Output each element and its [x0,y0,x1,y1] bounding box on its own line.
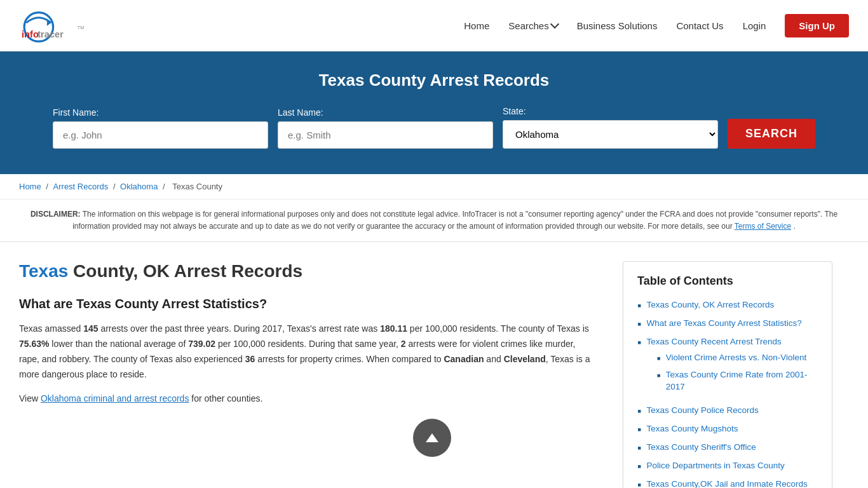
disclaimer-tos-link[interactable]: Terms of Service [735,222,791,231]
first-name-input[interactable] [53,121,268,149]
section1-heading: What are Texas County Arrest Statistics? [19,297,591,311]
breadcrumb-arrest-records[interactable]: Arrest Records [53,182,109,191]
p1-pct: 75.63% [19,339,49,349]
toc-link[interactable]: Texas County, OK Arrest Records [646,300,774,309]
toc-link[interactable]: Police Departments in Texas County [646,461,784,470]
oklahoma-records-link[interactable]: Oklahoma criminal and arrest records [41,393,189,403]
p1-num5: 36 [245,354,255,364]
breadcrumb-sep2: / [113,182,118,191]
main-content: Texas County, OK Arrest Records What are… [0,242,868,488]
toc-item: ▪Texas County Police Records [637,405,818,417]
p1-bold2: Cleveland [504,354,546,364]
toc-item: ▪Police Departments in Texas County [637,460,818,472]
article: Texas County, OK Arrest Records What are… [13,242,610,488]
breadcrumb-oklahoma[interactable]: Oklahoma [120,182,158,191]
scroll-top-button[interactable] [413,419,451,457]
toc-bullet-icon: ▪ [637,318,641,330]
toc-bullet-icon: ▪ [637,424,641,435]
breadcrumb-sep1: / [46,182,50,191]
toc-link[interactable]: Texas County Mugshots [646,424,738,433]
toc-bullet-icon: ▪ [637,300,641,311]
state-group: State: Oklahoma Alabama Alaska Arizona A… [503,106,718,149]
toc-bullet-icon: ▪ [637,442,641,454]
p1-pre: Texas amassed [19,323,83,334]
toc-item: ▪What are Texas County Arrest Statistics… [637,318,818,330]
toc-item: ▪Texas County Recent Arrest Trends▪Viole… [637,336,818,398]
nav-signup[interactable]: Sign Up [785,14,849,37]
toc-heading: Table of Contents [637,274,818,288]
article-title-rest: County, OK Arrest Records [68,261,302,281]
toc-bullet-icon: ▪ [637,461,641,472]
toc-link[interactable]: What are Texas County Arrest Statistics? [646,318,801,328]
p1-mid1: arrests over the past three years. Durin… [98,323,381,334]
toc-sub-bullet-icon: ▪ [656,353,660,364]
nav-searches[interactable]: Searches [508,20,557,31]
p1-num3: 739.02 [188,339,215,349]
toc-sub-bullet-icon: ▪ [656,370,660,381]
main-nav: Home Searches Business Solutions Contact… [464,14,849,37]
disclaimer-bold: DISCLAIMER: [31,210,81,219]
p1-mid6: arrests for property crimes. When compar… [255,354,444,364]
nav-business-solutions[interactable]: Business Solutions [577,20,658,31]
state-label: State: [503,106,526,116]
view-post: for other counties. [189,393,262,403]
search-form: First Name: Last Name: State: Oklahoma A… [53,106,815,149]
toc-list: ▪Texas County, OK Arrest Records▪What ar… [637,299,818,488]
breadcrumb: Home / Arrest Records / Oklahoma / Texas… [0,174,868,200]
svg-text:TM: TM [78,25,85,30]
nav-login[interactable]: Login [743,20,766,31]
first-name-group: First Name: [53,107,268,149]
logo[interactable]: info tracer TM [19,6,102,44]
p1-mid4: per 100,000 residents. During that same … [215,339,401,349]
state-select[interactable]: Oklahoma Alabama Alaska Arizona Arkansas… [503,120,718,149]
scroll-top-arrow-icon [426,433,438,442]
toc-link[interactable]: Texas County Sheriff's Office [646,442,756,452]
disclaimer-tos-end: . [794,222,796,231]
article-paragraph1: Texas amassed 145 arrests over the past … [19,322,591,382]
chevron-down-icon [550,20,559,29]
nav-contact-us[interactable]: Contact Us [676,20,723,31]
article-title-highlight: Texas [19,261,68,281]
first-name-label: First Name: [53,107,98,118]
p1-and: and [484,354,503,364]
toc-sub-link[interactable]: Violent Crime Arrests vs. Non-Violent [666,352,807,364]
toc-link[interactable]: Texas County Police Records [646,405,758,415]
nav-home[interactable]: Home [464,20,489,31]
view-link-para: View Oklahoma criminal and arrest record… [19,391,591,407]
toc-item: ▪Texas County Mugshots [637,423,818,435]
disclaimer: DISCLAIMER: The information on this webp… [0,200,868,242]
p1-num1: 145 [83,323,98,334]
svg-text:tracer: tracer [37,29,64,39]
last-name-group: Last Name: [278,107,493,149]
toc-subitem: ▪Texas County Crime Rate from 2001-2017 [656,369,818,393]
p1-num4: 2 [401,339,406,349]
toc-bullet-icon: ▪ [637,405,641,417]
p1-bold1: Canadian [444,354,484,364]
hero-title: Texas County Arrest Records [19,71,849,90]
last-name-label: Last Name: [278,107,323,118]
toc-sub-link[interactable]: Texas County Crime Rate from 2001-2017 [666,369,818,393]
breadcrumb-home[interactable]: Home [19,182,41,191]
search-button[interactable]: SEARCH [728,119,815,149]
toc-box: Table of Contents ▪Texas County, OK Arre… [623,261,832,488]
toc-item: ▪Texas County, OK Arrest Records [637,299,818,311]
article-title: Texas County, OK Arrest Records [19,261,591,281]
toc-item: ▪Texas County Sheriff's Office [637,442,818,454]
hero-section: Texas County Arrest Records First Name: … [0,51,868,174]
svg-text:info: info [22,29,39,39]
toc-link[interactable]: Texas County,OK Jail and Inmate Records [646,479,807,488]
toc-bullet-icon: ▪ [637,337,641,348]
toc-link[interactable]: Texas County Recent Arrest Trends [646,337,781,346]
toc-bullet-icon: ▪ [637,479,641,488]
disclaimer-text: The information on this webpage is for g… [72,210,837,231]
breadcrumb-sep3: / [163,182,167,191]
toc-subitem: ▪Violent Crime Arrests vs. Non-Violent [656,352,818,364]
p1-mid3: lower than the national average of [49,339,188,349]
p1-num2: 180.11 [380,323,407,334]
last-name-input[interactable] [278,121,493,149]
sidebar: Table of Contents ▪Texas County, OK Arre… [610,242,839,488]
toc-item: ▪Texas County,OK Jail and Inmate Records [637,478,818,488]
p1-mid2: per 100,000 residents. The county of Tex… [407,323,589,334]
site-header: info tracer TM Home Searches Business So… [0,0,868,51]
breadcrumb-texas-county: Texas County [172,182,222,191]
